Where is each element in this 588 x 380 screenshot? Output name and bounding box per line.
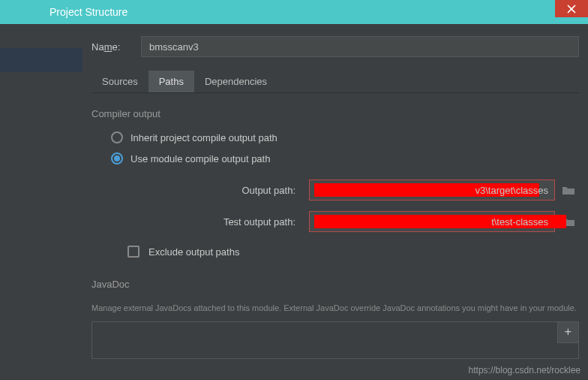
output-path-input[interactable]: v3\target\classes bbox=[309, 179, 555, 201]
compiler-output-title: Compiler output bbox=[92, 108, 579, 119]
folder-icon bbox=[562, 185, 575, 195]
sidebar-selected-item[interactable] bbox=[0, 48, 82, 72]
output-path-browse-button[interactable] bbox=[558, 179, 579, 201]
output-path-value: v3\target\classes bbox=[475, 185, 548, 196]
javadoc-title: JavaDoc bbox=[92, 279, 579, 290]
test-output-path-input[interactable]: t\test-classes bbox=[309, 211, 555, 232]
radio-use-module[interactable] bbox=[111, 152, 123, 164]
output-path-label: Output path: bbox=[92, 185, 309, 196]
exclude-output-label: Exclude output paths bbox=[148, 246, 239, 258]
javadoc-add-button[interactable]: + bbox=[557, 322, 578, 343]
tab-sources[interactable]: Sources bbox=[92, 71, 148, 92]
radio-inherit[interactable] bbox=[111, 131, 123, 143]
tab-paths[interactable]: Paths bbox=[148, 71, 194, 92]
test-output-path-label: Test output path: bbox=[92, 216, 309, 228]
radio-use-module-label: Use module compile output path bbox=[130, 153, 270, 164]
javadoc-list[interactable]: + bbox=[92, 321, 579, 359]
module-name-input[interactable] bbox=[141, 36, 579, 57]
name-label: Name: bbox=[92, 41, 141, 53]
titlebar: Project Structure bbox=[0, 0, 588, 24]
content: Name: Sources Paths Dependencies Compile… bbox=[82, 24, 588, 380]
name-accel: m bbox=[104, 41, 112, 53]
titlebar-title: Project Structure bbox=[50, 6, 128, 18]
close-button[interactable] bbox=[555, 0, 588, 17]
sidebar bbox=[0, 24, 82, 380]
watermark: https://blog.csdn.net/rocklee bbox=[469, 365, 580, 375]
radio-inherit-label: Inherit project compile output path bbox=[130, 132, 278, 143]
javadoc-description: Manage external JavaDocs attached to thi… bbox=[92, 302, 579, 315]
exclude-output-checkbox[interactable] bbox=[128, 246, 140, 258]
test-output-path-value: t\test-classes bbox=[491, 216, 548, 228]
tab-dependencies[interactable]: Dependencies bbox=[194, 71, 278, 92]
close-icon bbox=[567, 5, 576, 14]
tabs: Sources Paths Dependencies bbox=[92, 71, 579, 93]
